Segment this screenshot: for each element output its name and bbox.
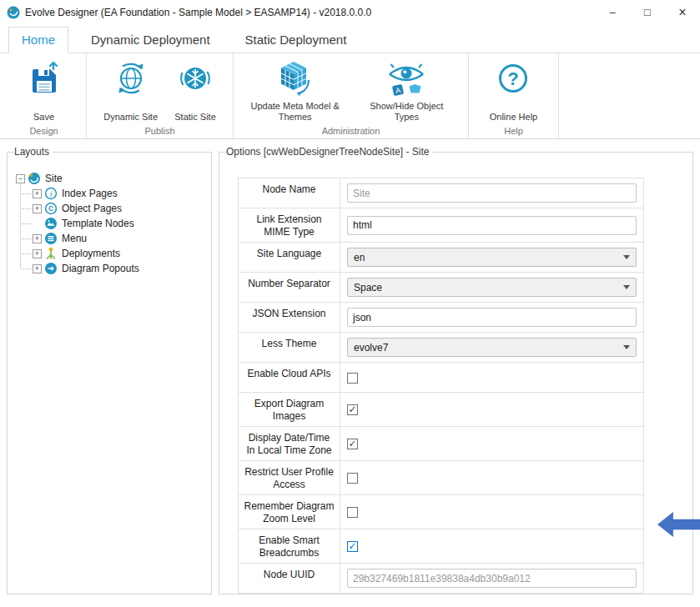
selected-value: en xyxy=(354,252,365,263)
field-control-cell xyxy=(340,495,644,529)
field-control-cell xyxy=(340,178,644,208)
tree-item-object-pages[interactable]: +CObject Pages xyxy=(33,201,204,216)
form-row-less-theme: Less Themeevolve7 xyxy=(239,333,644,363)
selected-value: Space xyxy=(354,282,382,293)
field-control-cell: Space xyxy=(340,273,644,303)
field-control-cell xyxy=(340,303,644,333)
field-control-cell xyxy=(340,393,644,427)
chevron-down-icon xyxy=(623,285,630,289)
field-control-cell: evolve7 xyxy=(340,333,644,363)
tree-item-site[interactable]: −Site xyxy=(16,171,204,186)
ribbon-group-administration: Update Meta Model & Themes A Show/Hide O… xyxy=(234,53,469,138)
online-help-button[interactable]: ?Online Help xyxy=(486,56,541,124)
dynamic-site-button[interactable]: Dynamic Site xyxy=(100,56,161,124)
tab-static-deployment[interactable]: Static Deployment xyxy=(233,28,360,53)
svg-text:i: i xyxy=(50,190,53,198)
ribbon-button-label: Save xyxy=(33,112,54,123)
tree-item-label: Template Nodes xyxy=(62,218,134,229)
remember-diagram-zoom-level-checkbox[interactable] xyxy=(347,507,358,518)
less-theme-select[interactable]: evolve7 xyxy=(347,338,637,357)
ribbon-group-name: Design xyxy=(5,124,83,138)
tree-item-diagram-popouts[interactable]: +Diagram Popouts xyxy=(33,261,204,276)
object-icon: C xyxy=(44,202,58,215)
window-controls: – □ × xyxy=(595,0,700,25)
layouts-tree: −Site+iIndex Pages+CObject PagesTemplate… xyxy=(14,164,204,276)
json-extension-input[interactable] xyxy=(347,308,637,327)
ribbon-button-label: Static Site xyxy=(174,112,216,123)
expand-icon[interactable]: + xyxy=(33,234,42,243)
window-title: Evolve Designer (EA Foundation - Sample … xyxy=(25,7,371,18)
template-icon xyxy=(44,217,58,230)
save-icon xyxy=(25,57,63,100)
form-row-display-date-time-in-local-time-zone: Display Date/Time In Local Time Zone xyxy=(239,427,644,461)
eye-icon: A xyxy=(383,57,430,100)
maximize-button[interactable]: □ xyxy=(630,0,665,25)
display-date-time-in-local-time-zone-checkbox[interactable] xyxy=(347,439,358,449)
ribbon-group-help: ?Online HelpHelp xyxy=(469,53,559,138)
form-row-restrict-user-profile-access: Restrict User Profile Access xyxy=(239,461,644,495)
selected-value: evolve7 xyxy=(354,342,388,354)
form-row-site-language: Site Languageen xyxy=(239,243,644,273)
ribbon-group-publish: Dynamic Site Static SitePublish xyxy=(87,53,234,138)
form-row-export-diagram-images: Export Diagram Images xyxy=(239,393,644,427)
update-meta-model-themes-button[interactable]: Update Meta Model & Themes xyxy=(242,56,349,124)
field-control-cell: en xyxy=(340,243,644,273)
field-label: Restrict User Profile Access xyxy=(239,461,340,495)
info-icon: i xyxy=(44,187,58,200)
form-row-number-separator: Number SeparatorSpace xyxy=(239,273,644,303)
export-diagram-images-checkbox[interactable] xyxy=(347,404,358,415)
tab-home[interactable]: Home xyxy=(8,27,68,53)
ribbon-button-label: Online Help xyxy=(490,112,537,123)
menu-icon xyxy=(44,232,58,245)
tree-item-template-nodes[interactable]: Template Nodes xyxy=(33,216,204,231)
field-control-cell xyxy=(340,461,644,495)
field-label: Display Date/Time In Local Time Zone xyxy=(239,427,340,461)
expand-icon[interactable]: + xyxy=(33,189,42,198)
form-row-enable-cloud-apis: Enable Cloud APIs xyxy=(239,363,644,393)
tree-item-label: Menu xyxy=(62,233,87,244)
options-panel-title: Options [cwWebDesignerTreeNodeSite] - Si… xyxy=(226,146,432,158)
expand-icon[interactable]: + xyxy=(33,264,42,273)
node-name-input xyxy=(347,183,637,203)
field-control-cell xyxy=(340,208,644,243)
field-label: JSON Extension xyxy=(239,303,340,333)
tree-item-deployments[interactable]: +Deployments xyxy=(33,246,204,261)
cube-icon xyxy=(274,57,316,100)
deployments-icon xyxy=(44,247,58,260)
field-label: Enable Cloud APIs xyxy=(239,363,340,393)
app-logo-icon xyxy=(7,6,20,19)
field-label: Export Diagram Images xyxy=(239,393,340,427)
expand-icon[interactable]: + xyxy=(33,249,42,258)
link-extension-mime-type-input[interactable] xyxy=(347,216,637,235)
tree-item-label: Site xyxy=(45,173,63,184)
close-button[interactable]: × xyxy=(665,0,700,25)
field-label: Remember Diagram Zoom Level xyxy=(239,495,340,529)
restrict-user-profile-access-checkbox[interactable] xyxy=(347,473,358,484)
popout-icon xyxy=(44,262,58,275)
expand-icon[interactable]: + xyxy=(33,204,42,213)
form-row-link-extension-mime-type: Link Extension MIME Type xyxy=(239,208,644,243)
form-row-json-extension: JSON Extension xyxy=(239,303,644,333)
show-hide-object-types-button[interactable]: A Show/Hide Object Types xyxy=(353,56,460,124)
site-language-select[interactable]: en xyxy=(347,248,637,267)
field-label: Enable Smart Breadcrumbs xyxy=(239,529,340,564)
tree-item-menu[interactable]: +Menu xyxy=(33,231,204,246)
ribbon-button-label: Show/Hide Object Types xyxy=(356,101,456,124)
form-row-node-name: Node Name xyxy=(239,178,644,208)
enable-smart-breadcrumbs-checkbox[interactable] xyxy=(347,541,358,552)
form-row-enable-smart-breadcrumbs: Enable Smart Breadcrumbs xyxy=(239,529,644,564)
tab-dynamic-deployment[interactable]: Dynamic Deployment xyxy=(78,28,223,53)
ribbon-group-name: Help xyxy=(472,124,555,138)
field-control-cell xyxy=(340,363,644,393)
ribbon-group-design: SaveDesign xyxy=(2,53,87,138)
number-separator-select[interactable]: Space xyxy=(347,278,637,297)
minimize-button[interactable]: – xyxy=(595,0,630,25)
tree-item-index-pages[interactable]: +iIndex Pages xyxy=(33,186,204,201)
node-uuid-input xyxy=(347,569,637,588)
form-row-remember-diagram-zoom-level: Remember Diagram Zoom Level xyxy=(239,495,644,529)
collapse-icon[interactable]: − xyxy=(16,174,25,183)
main-content: Layouts −Site+iIndex Pages+CObject Pages… xyxy=(0,139,700,594)
save-button[interactable]: Save xyxy=(22,56,67,124)
enable-cloud-apis-checkbox[interactable] xyxy=(347,373,358,384)
static-site-button[interactable]: Static Site xyxy=(171,56,219,124)
